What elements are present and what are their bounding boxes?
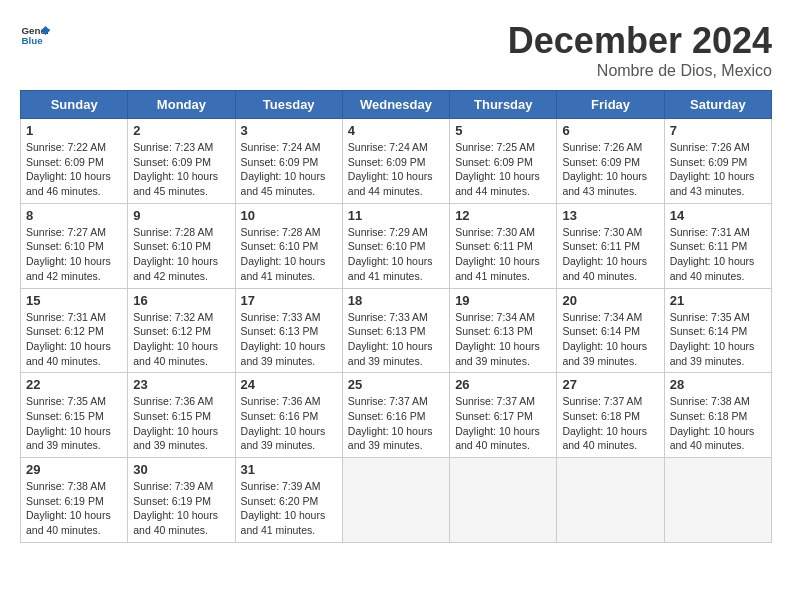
calendar-cell: 17 Sunrise: 7:33 AMSunset: 6:13 PMDaylig… [235,288,342,373]
calendar-cell: 26 Sunrise: 7:37 AMSunset: 6:17 PMDaylig… [450,373,557,458]
day-number: 27 [562,377,658,392]
calendar-cell: 3 Sunrise: 7:24 AMSunset: 6:09 PMDayligh… [235,119,342,204]
logo-icon: General Blue [20,20,50,50]
calendar-cell: 10 Sunrise: 7:28 AMSunset: 6:10 PMDaylig… [235,203,342,288]
calendar-cell: 9 Sunrise: 7:28 AMSunset: 6:10 PMDayligh… [128,203,235,288]
page-header: General Blue December 2024 Nombre de Dio… [20,20,772,80]
calendar-cell [664,458,771,543]
calendar-cell: 18 Sunrise: 7:33 AMSunset: 6:13 PMDaylig… [342,288,449,373]
day-number: 24 [241,377,337,392]
day-info: Sunrise: 7:28 AMSunset: 6:10 PMDaylight:… [133,225,229,284]
day-number: 11 [348,208,444,223]
day-info: Sunrise: 7:30 AMSunset: 6:11 PMDaylight:… [455,225,551,284]
calendar-cell: 25 Sunrise: 7:37 AMSunset: 6:16 PMDaylig… [342,373,449,458]
day-info: Sunrise: 7:38 AMSunset: 6:19 PMDaylight:… [26,479,122,538]
calendar-cell: 14 Sunrise: 7:31 AMSunset: 6:11 PMDaylig… [664,203,771,288]
calendar-cell: 19 Sunrise: 7:34 AMSunset: 6:13 PMDaylig… [450,288,557,373]
day-number: 6 [562,123,658,138]
day-info: Sunrise: 7:35 AMSunset: 6:15 PMDaylight:… [26,394,122,453]
day-info: Sunrise: 7:33 AMSunset: 6:13 PMDaylight:… [241,310,337,369]
calendar-week-row: 1 Sunrise: 7:22 AMSunset: 6:09 PMDayligh… [21,119,772,204]
day-info: Sunrise: 7:31 AMSunset: 6:11 PMDaylight:… [670,225,766,284]
calendar-cell: 4 Sunrise: 7:24 AMSunset: 6:09 PMDayligh… [342,119,449,204]
calendar-cell: 13 Sunrise: 7:30 AMSunset: 6:11 PMDaylig… [557,203,664,288]
day-info: Sunrise: 7:39 AMSunset: 6:19 PMDaylight:… [133,479,229,538]
logo: General Blue [20,20,50,50]
calendar-cell: 7 Sunrise: 7:26 AMSunset: 6:09 PMDayligh… [664,119,771,204]
day-number: 13 [562,208,658,223]
calendar-cell: 5 Sunrise: 7:25 AMSunset: 6:09 PMDayligh… [450,119,557,204]
weekday-header-wednesday: Wednesday [342,91,449,119]
day-number: 28 [670,377,766,392]
day-info: Sunrise: 7:26 AMSunset: 6:09 PMDaylight:… [562,140,658,199]
weekday-header-friday: Friday [557,91,664,119]
day-info: Sunrise: 7:27 AMSunset: 6:10 PMDaylight:… [26,225,122,284]
weekday-header-saturday: Saturday [664,91,771,119]
calendar-cell: 1 Sunrise: 7:22 AMSunset: 6:09 PMDayligh… [21,119,128,204]
calendar-cell [450,458,557,543]
day-number: 17 [241,293,337,308]
day-number: 14 [670,208,766,223]
day-info: Sunrise: 7:34 AMSunset: 6:13 PMDaylight:… [455,310,551,369]
weekday-header-row: SundayMondayTuesdayWednesdayThursdayFrid… [21,91,772,119]
day-number: 30 [133,462,229,477]
calendar-cell: 8 Sunrise: 7:27 AMSunset: 6:10 PMDayligh… [21,203,128,288]
calendar-week-row: 29 Sunrise: 7:38 AMSunset: 6:19 PMDaylig… [21,458,772,543]
day-info: Sunrise: 7:22 AMSunset: 6:09 PMDaylight:… [26,140,122,199]
day-number: 22 [26,377,122,392]
day-info: Sunrise: 7:23 AMSunset: 6:09 PMDaylight:… [133,140,229,199]
day-info: Sunrise: 7:36 AMSunset: 6:16 PMDaylight:… [241,394,337,453]
location: Nombre de Dios, Mexico [508,62,772,80]
weekday-header-tuesday: Tuesday [235,91,342,119]
day-number: 3 [241,123,337,138]
calendar-cell [557,458,664,543]
day-info: Sunrise: 7:32 AMSunset: 6:12 PMDaylight:… [133,310,229,369]
day-number: 16 [133,293,229,308]
calendar-cell: 30 Sunrise: 7:39 AMSunset: 6:19 PMDaylig… [128,458,235,543]
day-info: Sunrise: 7:33 AMSunset: 6:13 PMDaylight:… [348,310,444,369]
day-number: 19 [455,293,551,308]
day-info: Sunrise: 7:29 AMSunset: 6:10 PMDaylight:… [348,225,444,284]
day-number: 31 [241,462,337,477]
day-info: Sunrise: 7:37 AMSunset: 6:16 PMDaylight:… [348,394,444,453]
calendar-cell: 6 Sunrise: 7:26 AMSunset: 6:09 PMDayligh… [557,119,664,204]
day-number: 8 [26,208,122,223]
calendar-cell: 28 Sunrise: 7:38 AMSunset: 6:18 PMDaylig… [664,373,771,458]
calendar-cell: 20 Sunrise: 7:34 AMSunset: 6:14 PMDaylig… [557,288,664,373]
day-info: Sunrise: 7:34 AMSunset: 6:14 PMDaylight:… [562,310,658,369]
day-number: 25 [348,377,444,392]
calendar-cell [342,458,449,543]
weekday-header-monday: Monday [128,91,235,119]
calendar-cell: 29 Sunrise: 7:38 AMSunset: 6:19 PMDaylig… [21,458,128,543]
day-number: 9 [133,208,229,223]
day-number: 2 [133,123,229,138]
day-number: 21 [670,293,766,308]
weekday-header-sunday: Sunday [21,91,128,119]
day-number: 12 [455,208,551,223]
day-info: Sunrise: 7:38 AMSunset: 6:18 PMDaylight:… [670,394,766,453]
day-info: Sunrise: 7:36 AMSunset: 6:15 PMDaylight:… [133,394,229,453]
calendar-cell: 21 Sunrise: 7:35 AMSunset: 6:14 PMDaylig… [664,288,771,373]
svg-text:Blue: Blue [22,35,44,46]
day-number: 1 [26,123,122,138]
day-number: 23 [133,377,229,392]
day-number: 15 [26,293,122,308]
day-info: Sunrise: 7:37 AMSunset: 6:18 PMDaylight:… [562,394,658,453]
day-info: Sunrise: 7:24 AMSunset: 6:09 PMDaylight:… [348,140,444,199]
calendar-cell: 23 Sunrise: 7:36 AMSunset: 6:15 PMDaylig… [128,373,235,458]
day-info: Sunrise: 7:31 AMSunset: 6:12 PMDaylight:… [26,310,122,369]
calendar-week-row: 22 Sunrise: 7:35 AMSunset: 6:15 PMDaylig… [21,373,772,458]
calendar-cell: 24 Sunrise: 7:36 AMSunset: 6:16 PMDaylig… [235,373,342,458]
day-info: Sunrise: 7:37 AMSunset: 6:17 PMDaylight:… [455,394,551,453]
calendar-cell: 22 Sunrise: 7:35 AMSunset: 6:15 PMDaylig… [21,373,128,458]
calendar-cell: 16 Sunrise: 7:32 AMSunset: 6:12 PMDaylig… [128,288,235,373]
month-title: December 2024 [508,20,772,62]
calendar-cell: 15 Sunrise: 7:31 AMSunset: 6:12 PMDaylig… [21,288,128,373]
day-number: 20 [562,293,658,308]
day-info: Sunrise: 7:35 AMSunset: 6:14 PMDaylight:… [670,310,766,369]
calendar-cell: 31 Sunrise: 7:39 AMSunset: 6:20 PMDaylig… [235,458,342,543]
calendar-cell: 27 Sunrise: 7:37 AMSunset: 6:18 PMDaylig… [557,373,664,458]
calendar-cell: 2 Sunrise: 7:23 AMSunset: 6:09 PMDayligh… [128,119,235,204]
day-number: 7 [670,123,766,138]
day-number: 10 [241,208,337,223]
